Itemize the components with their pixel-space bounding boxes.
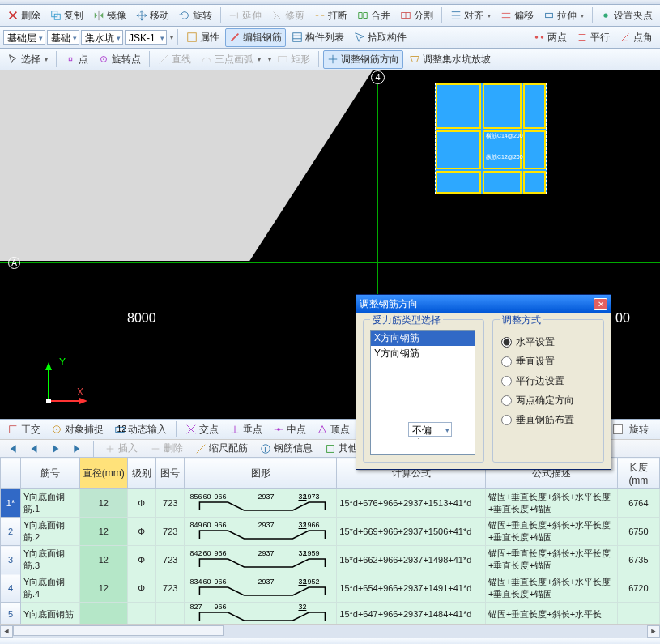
svg-point-19 <box>56 429 57 430</box>
perp-snap[interactable]: 垂点 <box>225 420 266 439</box>
dimension-8000: 8000 <box>127 311 156 326</box>
layer-combo[interactable]: 基础层 <box>3 30 45 45</box>
dialog-title: 调整钢筋方向 <box>360 297 418 311</box>
col-len[interactable]: 长度(mm <box>617 458 659 489</box>
arc-options-caret[interactable]: ▾ <box>268 56 271 63</box>
move-button[interactable]: 移动 <box>132 6 173 25</box>
radio-vertical[interactable]: 垂直设置 <box>501 355 595 369</box>
scale-rebar-button[interactable]: 缩尺配筋 <box>191 439 252 458</box>
radio-two-point[interactable]: 两点确定方向 <box>501 394 595 407</box>
svg-rect-6 <box>293 33 302 42</box>
svg-marker-16 <box>79 398 87 404</box>
split-button[interactable]: 分割 <box>396 6 437 25</box>
table-row[interactable]: 4 Y向底面钢筋.4 12 Φ 723 834 966 60 2937 32 1… <box>1 574 660 603</box>
table-row[interactable]: 3 Y向底面钢筋.3 12 Φ 723 842 966 60 2937 32 1… <box>1 546 660 574</box>
ucs-icon <box>40 360 89 409</box>
point-button[interactable]: 点 <box>61 50 92 69</box>
close-icon[interactable]: ✕ <box>594 298 607 310</box>
list-item[interactable]: Y方向钢筋 <box>371 346 475 361</box>
col-dia[interactable]: 直径(mm) <box>80 458 127 489</box>
adjust-sump-slope-button[interactable]: 调整集水坑放坡 <box>405 50 495 69</box>
col-grade[interactable]: 级别 <box>127 458 155 489</box>
svg-marker-14 <box>45 362 52 370</box>
rotate-checkbox[interactable] <box>613 424 623 434</box>
dropdown-caret[interactable]: ▾ <box>170 34 173 41</box>
list-item[interactable]: X方向钢筋 <box>371 331 475 346</box>
mid-snap[interactable]: 中点 <box>269 420 310 439</box>
radio-parallel-edge[interactable]: 平行边设置 <box>501 374 595 388</box>
col-fig[interactable]: 图号 <box>155 458 184 489</box>
col-shape[interactable]: 图形 <box>185 458 337 489</box>
nav-prev[interactable] <box>25 441 43 456</box>
copy-button[interactable]: 复制 <box>46 6 87 25</box>
merge-button[interactable]: 合并 <box>353 6 394 25</box>
intersect-snap[interactable]: 交点 <box>181 420 223 439</box>
scroll-right[interactable]: ► <box>647 625 660 638</box>
nav-first[interactable] <box>3 441 21 456</box>
offset-mode-combo[interactable]: 不偏移 <box>408 422 452 437</box>
group-rebar-type-label: 受力筋类型选择 <box>370 313 443 327</box>
pick-component-button[interactable]: 拾取构件 <box>350 28 411 47</box>
component-list-button[interactable]: 构件列表 <box>287 28 348 47</box>
nav-next[interactable] <box>47 441 65 456</box>
rebar-info-button[interactable]: i钢筋信息 <box>256 439 317 458</box>
table-row[interactable]: 2 Y向底面钢筋.2 12 Φ 723 849 966 60 2937 32 1… <box>1 518 660 546</box>
two-point-button[interactable]: 两点 <box>530 28 571 47</box>
align-button[interactable]: 对齐▾ <box>446 6 495 25</box>
ortho-toggle[interactable]: 正交 <box>3 420 45 439</box>
point-angle-button[interactable]: 点角 <box>615 28 657 47</box>
line-button[interactable]: 直线 <box>154 50 195 69</box>
apex-snap[interactable]: 顶点 <box>313 420 354 439</box>
subtype-combo[interactable]: 集水坑 <box>81 30 123 45</box>
trim-button[interactable]: 修剪 <box>267 6 309 25</box>
radio-vertical-layout[interactable]: 垂直钢筋布置 <box>501 413 595 427</box>
scroll-thumb[interactable] <box>13 625 224 636</box>
footer-fragment <box>0 638 660 644</box>
osnap-toggle[interactable]: 对象捕捉 <box>47 420 108 439</box>
offset-button[interactable]: 偏移 <box>496 6 538 25</box>
type-combo[interactable]: 基础 <box>47 30 79 45</box>
svg-point-4 <box>603 13 607 17</box>
drawing-canvas[interactable]: 8000 00 A 4 4 YX 横筋C14@200 纵筋C12@200 调整钢… <box>0 70 660 419</box>
svg-rect-12 <box>279 57 287 62</box>
set-grip-button[interactable]: 设置夹点 <box>596 6 657 25</box>
svg-point-11 <box>103 58 104 60</box>
mirror-button[interactable]: 镜像 <box>89 6 130 25</box>
select-button[interactable]: 选择▾ <box>3 50 52 69</box>
rebar-table[interactable]: 筋号 直径(mm) 级别 图号 图形 计算公式 公式描述 长度(mm 1* Y向… <box>0 457 660 624</box>
axis-line-horizontal <box>0 262 660 263</box>
rotate-button[interactable]: 旋转 <box>175 6 216 25</box>
svg-rect-5 <box>188 33 197 42</box>
table-row[interactable]: 5 Y向底面钢筋 827 966 32 15*d+647+966+2937+14… <box>1 603 660 625</box>
dialog-titlebar[interactable]: 调整钢筋方向 ✕ <box>356 295 611 313</box>
edit-rebar-button[interactable]: 编辑钢筋 <box>225 28 286 47</box>
svg-text:i: i <box>264 443 266 453</box>
rect-button[interactable]: 矩形 <box>273 50 314 69</box>
scroll-left[interactable]: ◄ <box>0 625 13 638</box>
parallel-button[interactable]: 平行 <box>573 28 614 47</box>
break-button[interactable]: 打断 <box>310 6 351 25</box>
dynamic-input-toggle[interactable]: 12动态输入 <box>110 420 171 439</box>
slab-shape <box>0 70 373 261</box>
delete-button[interactable]: 删除 <box>3 6 45 25</box>
toolbar-draw: 选择▾ 点 旋转点 直线 三点画弧▾ ▾ 矩形 调整钢筋方向 调整集水坑放坡 <box>0 49 660 70</box>
insert-row-button[interactable]: 插入 <box>100 439 142 458</box>
three-arc-button[interactable]: 三点画弧▾ <box>197 50 265 69</box>
horizontal-scrollbar[interactable]: ◄ ► <box>0 624 660 638</box>
properties-button[interactable]: 属性 <box>182 28 224 47</box>
id-combo[interactable]: JSK-1 <box>125 30 167 45</box>
col-name[interactable]: 筋号 <box>21 458 80 489</box>
adjust-rebar-dir-button[interactable]: 调整钢筋方向 <box>323 50 403 69</box>
rotate-point-button[interactable]: 旋转点 <box>94 50 145 69</box>
toolbar-layer: 基础层 基础 集水坑 JSK-1 ▾ 属性 编辑钢筋 构件列表 拾取构件 两点 … <box>0 27 660 49</box>
extend-button[interactable]: 延伸 <box>224 6 266 25</box>
svg-rect-17 <box>46 399 51 403</box>
nav-last[interactable] <box>69 441 87 456</box>
col-rownum[interactable] <box>1 458 21 489</box>
stretch-button[interactable]: 拉伸▾ <box>539 6 588 25</box>
grid-bubble-a: A <box>8 257 20 269</box>
table-row[interactable]: 1* Y向底面钢筋.1 12 Φ 723 856 966 60 2937 32 … <box>1 489 660 518</box>
delete-row-button[interactable]: 删除 <box>146 439 187 458</box>
adjust-rebar-direction-dialog: 调整钢筋方向 ✕ 受力筋类型选择 X方向钢筋 Y方向钢筋 调整方式 水平设置 垂… <box>356 294 611 470</box>
radio-horizontal[interactable]: 水平设置 <box>501 335 595 349</box>
